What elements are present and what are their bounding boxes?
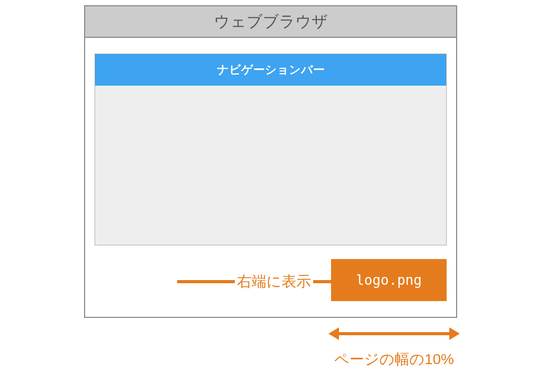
logo-box: logo.png	[331, 259, 447, 301]
width-double-arrow-icon	[328, 323, 460, 344]
page-container: ナビゲーションバー	[95, 54, 447, 245]
svg-marker-4	[328, 327, 339, 340]
logo-filename: logo.png	[356, 272, 421, 288]
svg-marker-5	[449, 327, 460, 340]
browser-frame: ウェブブラウザ ナビゲーションバー 右端に表示 logo.png	[84, 5, 457, 318]
navbar-label: ナビゲーションバー	[217, 62, 325, 78]
browser-body: ナビゲーションバー 右端に表示 logo.png	[85, 38, 456, 317]
navbar: ナビゲーションバー	[95, 54, 446, 86]
browser-titlebar: ウェブブラウザ	[85, 6, 456, 38]
align-right-label: 右端に表示	[237, 272, 311, 292]
browser-title-text: ウェブブラウザ	[214, 11, 328, 33]
arrow-left-segment-icon	[177, 276, 235, 287]
page-width-note: ページの幅の10%	[315, 349, 473, 369]
